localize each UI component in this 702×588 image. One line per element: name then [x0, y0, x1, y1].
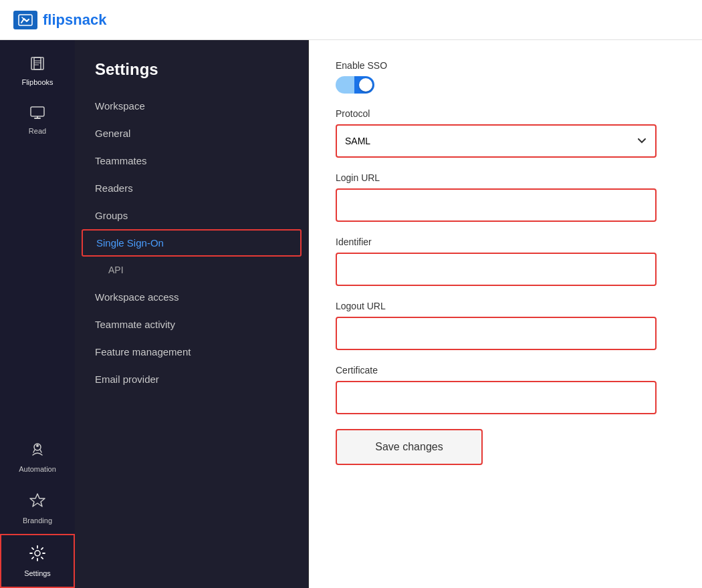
save-button-wrapper: Save changes — [336, 429, 657, 465]
sidebar-title: Settings — [75, 53, 308, 92]
save-changes-button[interactable]: Save changes — [336, 429, 483, 465]
identifier-field-group: Identifier — [336, 237, 657, 286]
nav-label-settings: Settings — [24, 569, 51, 577]
app-header: flipsnack — [0, 0, 702, 40]
protocol-label: Protocol — [336, 108, 657, 119]
certificate-field-group: Certificate — [336, 365, 657, 414]
login-url-label: Login URL — [336, 172, 657, 183]
sso-form: Enable SSO Protocol SAML OAuth OIDC — [336, 60, 657, 465]
automation-icon — [29, 440, 46, 462]
sidebar-item-teammates[interactable]: Teammates — [75, 147, 308, 174]
sidebar-item-workspace-access[interactable]: Workspace access — [75, 283, 308, 311]
svg-rect-6 — [31, 107, 44, 116]
branding-icon — [29, 492, 46, 513]
sidebar-item-general[interactable]: General — [75, 120, 308, 147]
logout-url-input[interactable] — [336, 317, 657, 350]
nav-item-branding[interactable]: Branding — [0, 482, 75, 534]
certificate-input[interactable] — [336, 381, 657, 414]
main-layout: Flipbooks Read — [0, 40, 702, 588]
enable-sso-section: Enable SSO — [336, 60, 657, 94]
read-icon — [29, 105, 45, 124]
nav-label-automation: Automation — [19, 465, 56, 473]
sidebar-item-groups[interactable]: Groups — [75, 202, 308, 229]
sso-toggle[interactable] — [336, 76, 374, 94]
logo-text: flipsnack — [43, 11, 106, 29]
certificate-label: Certificate — [336, 365, 657, 376]
svg-line-12 — [40, 450, 41, 452]
svg-line-11 — [33, 450, 35, 452]
nav-item-read[interactable]: Read — [0, 96, 75, 144]
nav-item-settings[interactable]: Settings — [0, 534, 75, 588]
logo: flipsnack — [13, 11, 106, 29]
settings-sidebar: Settings Workspace General Teammates Rea… — [75, 40, 309, 588]
login-url-input[interactable] — [336, 188, 657, 222]
identifier-input[interactable] — [336, 253, 657, 286]
settings-icon — [29, 545, 46, 566]
svg-point-14 — [35, 551, 40, 556]
identifier-label: Identifier — [336, 237, 657, 247]
enable-sso-label: Enable SSO — [336, 60, 657, 71]
sidebar-item-email-provider[interactable]: Email provider — [75, 365, 308, 393]
svg-rect-2 — [34, 57, 43, 69]
svg-marker-13 — [30, 494, 45, 506]
login-url-field-group: Login URL — [336, 172, 657, 222]
nav-label-flipbooks: Flipbooks — [21, 78, 53, 86]
nav-label-read: Read — [29, 127, 46, 135]
nav-item-automation[interactable]: Automation — [0, 431, 75, 482]
logout-url-label: Logout URL — [336, 301, 657, 311]
sidebar-item-feature-management[interactable]: Feature management — [75, 338, 308, 365]
nav-item-flipbooks[interactable]: Flipbooks — [0, 47, 75, 96]
content-area: Enable SSO Protocol SAML OAuth OIDC — [309, 40, 702, 588]
sidebar-item-readers[interactable]: Readers — [75, 174, 308, 202]
svg-point-10 — [36, 444, 39, 447]
sidebar-item-workspace[interactable]: Workspace — [75, 92, 308, 120]
logo-icon — [13, 11, 37, 29]
svg-rect-1 — [31, 57, 41, 69]
flipbooks-icon — [29, 56, 46, 75]
sidebar-item-teammate-activity[interactable]: Teammate activity — [75, 311, 308, 338]
nav-label-branding: Branding — [23, 517, 52, 525]
sidebar-item-api[interactable]: API — [75, 257, 308, 283]
icon-nav: Flipbooks Read — [0, 40, 75, 588]
sidebar-item-single-sign-on[interactable]: Single Sign-On — [82, 229, 302, 257]
protocol-select[interactable]: SAML OAuth OIDC — [336, 124, 657, 158]
sso-toggle-wrapper — [336, 76, 657, 94]
protocol-field-group: Protocol SAML OAuth OIDC — [336, 108, 657, 158]
logout-url-field-group: Logout URL — [336, 301, 657, 350]
